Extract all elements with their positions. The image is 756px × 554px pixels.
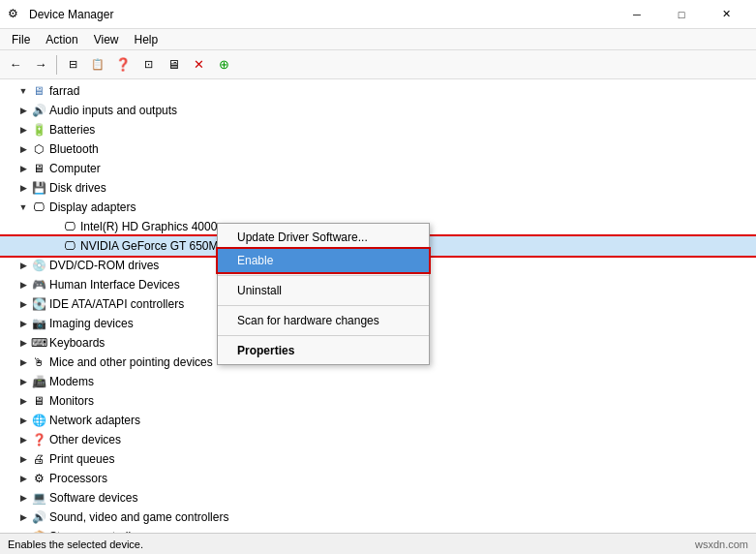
back-button[interactable]: ← <box>4 53 27 77</box>
tree-chevron-software: ▶ <box>15 490 31 506</box>
status-bar-right: wsxdn.com <box>695 539 748 550</box>
tree-item-display[interactable]: ▼🖵Display adapters <box>0 198 756 217</box>
minimize-button[interactable]: ─ <box>615 5 659 24</box>
tree-label-software: Software devices <box>49 491 137 505</box>
tree-icon-other: ❓ <box>31 432 46 447</box>
uninstall-toolbar-button[interactable]: ✕ <box>187 53 210 77</box>
tree-label-audio: Audio inputs and outputs <box>49 104 177 117</box>
tree-icon-mice: 🖱 <box>31 354 46 370</box>
tree-item-batteries[interactable]: ▶🔋Batteries <box>0 120 756 139</box>
tree-chevron-disk: ▶ <box>15 180 31 196</box>
ctx-item-scan[interactable]: Scan for hardware changes <box>218 309 429 332</box>
menu-item-view[interactable]: View <box>86 31 127 48</box>
tree-item-sound[interactable]: ▶🔊Sound, video and game controllers <box>0 508 756 527</box>
context-menu: Update Driver Software...EnableUninstall… <box>217 223 430 365</box>
menu-bar: FileActionViewHelp <box>0 29 756 50</box>
tree-item-monitors[interactable]: ▶🖥Monitors <box>0 391 756 411</box>
ctx-item-properties[interactable]: Properties <box>218 339 429 362</box>
tree-label-monitors: Monitors <box>49 394 94 408</box>
tree-chevron-display: ▼ <box>15 200 31 215</box>
tree-chevron-keyboards: ▶ <box>15 335 31 351</box>
tree-icon-modems: 📠 <box>31 374 46 389</box>
tree-icon-software: 💻 <box>31 490 46 506</box>
tree-item-other[interactable]: ▶❓Other devices <box>0 430 756 449</box>
toolbar-separator-1 <box>56 55 57 75</box>
tree-chevron-sound: ▶ <box>15 509 31 525</box>
tree-label-batteries: Batteries <box>49 123 95 137</box>
tree-label-keyboards: Keyboards <box>49 336 105 350</box>
ctx-separator <box>218 275 429 276</box>
ctx-item-update-driver[interactable]: Update Driver Software... <box>218 226 429 249</box>
tree-label-print: Print queues <box>49 452 114 466</box>
tree-label-sound: Sound, video and game controllers <box>49 510 228 524</box>
tree-item-modems[interactable]: ▶📠Modems <box>0 372 756 391</box>
forward-button[interactable]: → <box>29 53 52 77</box>
tree-item-audio[interactable]: ▶🔊Audio inputs and outputs <box>0 101 756 120</box>
ctx-separator <box>218 335 429 336</box>
tree-chevron-print: ▶ <box>15 451 31 467</box>
tree-label-hid: Human Interface Devices <box>49 278 180 292</box>
tree-icon-sound: 🔊 <box>31 509 46 525</box>
tree-chevron-processors: ▶ <box>15 471 31 486</box>
tree-icon-network: 🌐 <box>31 413 46 428</box>
title-bar-title: Device Manager <box>29 8 113 21</box>
tree-item-processors[interactable]: ▶⚙Processors <box>0 469 756 488</box>
tree-item-disk[interactable]: ▶💾Disk drives <box>0 178 756 198</box>
tree-chevron-network: ▶ <box>15 413 31 428</box>
tree-item-network[interactable]: ▶🌐Network adapters <box>0 411 756 430</box>
tree-label-bluetooth: Bluetooth <box>49 142 99 156</box>
tree-item-storage[interactable]: ▶📦Storage controllers <box>0 527 756 533</box>
tree-label-imaging: Imaging devices <box>49 317 134 330</box>
tree-root[interactable]: ▼ 🖥 farrad <box>0 81 756 101</box>
tree-chevron-computer: ▶ <box>15 161 31 176</box>
title-bar: ⚙ Device Manager ─ □ ✕ <box>0 0 756 29</box>
menu-item-file[interactable]: File <box>4 31 38 48</box>
root-icon: 🖥 <box>31 83 46 99</box>
tree-item-software[interactable]: ▶💻Software devices <box>0 488 756 508</box>
tree-chevron-monitors: ▶ <box>15 393 31 409</box>
tree-icon-storage: 📦 <box>31 529 46 533</box>
tree-label-dvd: DVD/CD-ROM drives <box>49 259 159 272</box>
tree-label-network: Network adapters <box>49 414 140 427</box>
close-button[interactable]: ✕ <box>704 5 748 24</box>
tree-label-mice: Mice and other pointing devices <box>49 355 213 369</box>
tree-icon-batteries: 🔋 <box>31 122 46 138</box>
root-chevron: ▼ <box>15 83 31 99</box>
tree-chevron-nvidia <box>46 238 62 254</box>
tree-chevron-bluetooth: ▶ <box>15 141 31 157</box>
tree-item-print[interactable]: ▶🖨Print queues <box>0 449 756 469</box>
properties-toolbar-button[interactable]: ⊟ <box>61 53 84 77</box>
tree-icon-keyboards: ⌨ <box>31 335 46 351</box>
tree-item-bluetooth[interactable]: ▶⬡Bluetooth <box>0 139 756 159</box>
app-icon: ⚙ <box>8 7 23 22</box>
tree-icon-display: 🖵 <box>31 200 46 215</box>
device-tree-panel[interactable]: ▼ 🖥 farrad ▶🔊Audio inputs and outputs▶🔋B… <box>0 79 756 533</box>
tree-icon-monitors: 🖥 <box>31 393 46 409</box>
maximize-button[interactable]: □ <box>659 5 704 24</box>
tree-chevron-audio: ▶ <box>15 103 31 118</box>
tree-label-computer: Computer <box>49 162 101 175</box>
help-toolbar-button[interactable]: ❓ <box>111 53 135 77</box>
tree-chevron-mice: ▶ <box>15 354 31 370</box>
title-bar-controls: ─ □ ✕ <box>615 5 748 24</box>
tree-icon-nvidia: 🖵 <box>62 238 77 254</box>
scan-hardware-toolbar-button[interactable]: ⊕ <box>212 53 235 77</box>
tree-item-computer[interactable]: ▶🖥Computer <box>0 159 756 178</box>
status-text: Enables the selected device. <box>8 539 143 550</box>
tree-label-modems: Modems <box>49 375 94 388</box>
device-properties-toolbar-button[interactable]: ⊡ <box>136 53 160 77</box>
menu-item-action[interactable]: Action <box>38 31 85 48</box>
tree-chevron-modems: ▶ <box>15 374 31 389</box>
tree-icon-computer: 🖥 <box>31 161 46 176</box>
ctx-item-enable[interactable]: Enable <box>218 249 429 272</box>
tree-icon-disk: 💾 <box>31 180 46 196</box>
tree-chevron-other: ▶ <box>15 432 31 447</box>
update-driver-toolbar-button[interactable]: 📋 <box>86 53 109 77</box>
title-bar-left: ⚙ Device Manager <box>8 7 113 22</box>
tree-label-disk: Disk drives <box>49 181 106 195</box>
menu-item-help[interactable]: Help <box>127 31 166 48</box>
tree-icon-intel: 🖵 <box>62 219 77 234</box>
show-device-toolbar-button[interactable]: 🖥 <box>162 53 185 77</box>
tree-label-storage: Storage controllers <box>49 530 147 533</box>
ctx-item-uninstall[interactable]: Uninstall <box>218 279 429 302</box>
